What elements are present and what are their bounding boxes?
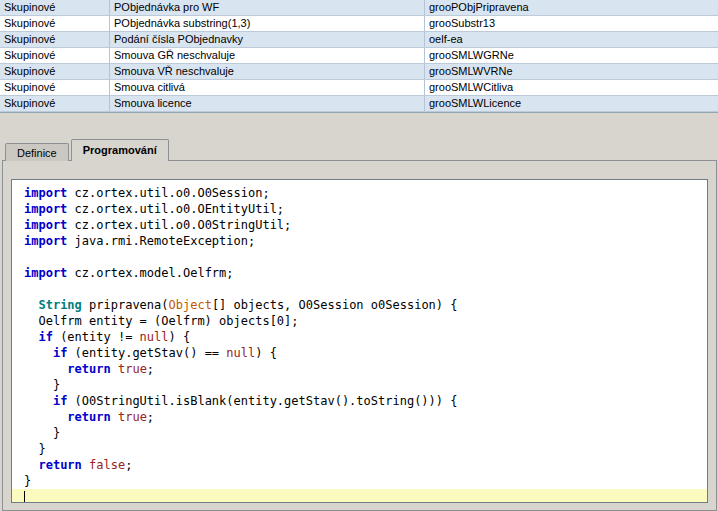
cell-name: PObjednávka pro WF [110, 0, 425, 15]
code-token: cz.ortex.model.Oelfrm; [67, 266, 233, 280]
code-token: ) { [255, 346, 277, 360]
table-row[interactable]: SkupinovéSmouva citlivágrooSMLWCitliva [0, 80, 718, 96]
code-token: } [24, 378, 60, 392]
code-line[interactable]: } [12, 377, 707, 393]
code-token: if [53, 346, 67, 360]
code-token: import [24, 218, 67, 232]
table-row[interactable]: SkupinovéSmouva VŘ neschvalujegrooSMLWVR… [0, 64, 718, 80]
tab-definice[interactable]: Definice [5, 143, 69, 161]
code-line[interactable]: import cz.ortex.util.o0.O0StringUtil; [12, 217, 707, 233]
code-token: cz.ortex.util.o0.O0Session; [67, 186, 269, 200]
code-token [24, 458, 38, 472]
code-token: } [24, 442, 46, 456]
cell-name: Smouva VŘ neschvaluje [110, 64, 425, 79]
cell-type: Skupinové [0, 0, 110, 15]
code-line[interactable]: return true; [12, 361, 707, 377]
code-token [24, 362, 67, 376]
code-line[interactable]: import cz.ortex.model.Oelfrm; [12, 265, 707, 281]
code-token: if [53, 394, 67, 408]
cell-type: Skupinové [0, 32, 110, 47]
code-line[interactable]: return false; [12, 457, 707, 473]
code-token: cz.ortex.util.o0.O0StringUtil; [67, 218, 291, 232]
code-line[interactable]: String pripravena(Object[] objects, O0Se… [12, 297, 707, 313]
code-token [24, 298, 38, 312]
code-token: ; [125, 458, 132, 472]
code-token: import [24, 266, 67, 280]
table-row[interactable]: SkupinovéSmouva licencegrooSMLWLicence [0, 96, 718, 112]
code-line[interactable]: } [12, 425, 707, 441]
table-row[interactable]: SkupinovéPObjednávka pro WFgrooPObjPripr… [0, 0, 718, 16]
cell-code: grooSMLWCitliva [425, 80, 718, 95]
code-line[interactable]: } [12, 473, 707, 489]
code-token: true [118, 362, 147, 376]
code-line[interactable]: Oelfrm entity = (Oelfrm) objects[0]; [12, 313, 707, 329]
code-token: return [67, 410, 110, 424]
code-token: import [24, 186, 67, 200]
cell-code: grooSMLWLicence [425, 96, 718, 111]
programming-tab-panel: import cz.ortex.util.o0.O0Session;import… [2, 160, 717, 511]
code-token [111, 362, 118, 376]
code-token: (entity != [53, 330, 140, 344]
code-token: String [38, 298, 81, 312]
text-caret [24, 491, 25, 503]
code-token: null [140, 330, 169, 344]
cell-type: Skupinové [0, 48, 110, 63]
code-token: import [24, 234, 67, 248]
cell-type: Skupinové [0, 64, 110, 79]
code-token: return [38, 458, 81, 472]
code-token [24, 346, 53, 360]
code-token [24, 330, 38, 344]
cell-type: Skupinové [0, 16, 110, 31]
code-token: true [118, 410, 147, 424]
code-token: [] objects, O0Session o0Session) { [212, 298, 458, 312]
cell-code: grooSMLWGRNe [425, 48, 718, 63]
cell-name: Smouva citlivá [110, 80, 425, 95]
code-token: Object [169, 298, 212, 312]
table-row[interactable]: SkupinovéPodání čísla PObjednavkyoelf-ea [0, 32, 718, 48]
cell-code: grooPObjPripravena [425, 0, 718, 15]
code-line[interactable]: if (entity.getStav() == null) { [12, 345, 707, 361]
tab-programovani[interactable]: Programování [71, 139, 169, 161]
cell-name: PObjednávka substring(1,3) [110, 16, 425, 31]
code-token: } [24, 426, 60, 440]
cell-code: grooSubstr13 [425, 16, 718, 31]
cell-name: Podání čísla PObjednavky [110, 32, 425, 47]
code-line[interactable]: import java.rmi.RemoteException; [12, 233, 707, 249]
table-row[interactable]: SkupinovéPObjednávka substring(1,3)grooS… [0, 16, 718, 32]
code-token: import [24, 202, 67, 216]
code-line[interactable]: return true; [12, 409, 707, 425]
cell-name: Smouva GŘ neschvaluje [110, 48, 425, 63]
code-token [24, 410, 67, 424]
parameters-table: SkupinovéPObjednávka pro WFgrooPObjPripr… [0, 0, 718, 113]
code-token [82, 458, 89, 472]
code-token: ) { [169, 330, 191, 344]
code-token: Oelfrm entity = (Oelfrm) objects[0]; [24, 314, 299, 328]
cell-type: Skupinové [0, 96, 110, 111]
cell-code: grooSMLWVRNe [425, 64, 718, 79]
cell-name: Smouva licence [110, 96, 425, 111]
code-token: java.rmi.RemoteException; [67, 234, 255, 248]
code-token: (O0StringUtil.isBlank(entity.getStav().t… [67, 394, 457, 408]
table-row[interactable]: SkupinovéSmouva GŘ neschvalujegrooSMLWGR… [0, 48, 718, 64]
code-line[interactable]: if (O0StringUtil.isBlank(entity.getStav(… [12, 393, 707, 409]
code-token: ; [147, 410, 154, 424]
code-line[interactable]: import cz.ortex.util.o0.OEntityUtil; [12, 201, 707, 217]
code-line[interactable]: if (entity != null) { [12, 329, 707, 345]
cell-code: oelf-ea [425, 32, 718, 47]
code-token: } [24, 474, 31, 488]
current-line[interactable] [12, 489, 707, 503]
code-token: ; [147, 362, 154, 376]
window: { "table": { "columns": ["type", "name",… [0, 0, 718, 511]
code-line[interactable] [12, 249, 707, 265]
code-line[interactable]: } [12, 441, 707, 457]
cell-type: Skupinové [0, 80, 110, 95]
tab-bar: Definice Programování [5, 139, 171, 161]
code-token: (entity.getStav() == [67, 346, 226, 360]
code-line[interactable] [12, 281, 707, 297]
code-token: pripravena( [82, 298, 169, 312]
code-editor[interactable]: import cz.ortex.util.o0.O0Session;import… [11, 179, 708, 503]
code-token: null [226, 346, 255, 360]
code-token [111, 410, 118, 424]
code-line[interactable]: import cz.ortex.util.o0.O0Session; [12, 185, 707, 201]
code-token: return [67, 362, 110, 376]
